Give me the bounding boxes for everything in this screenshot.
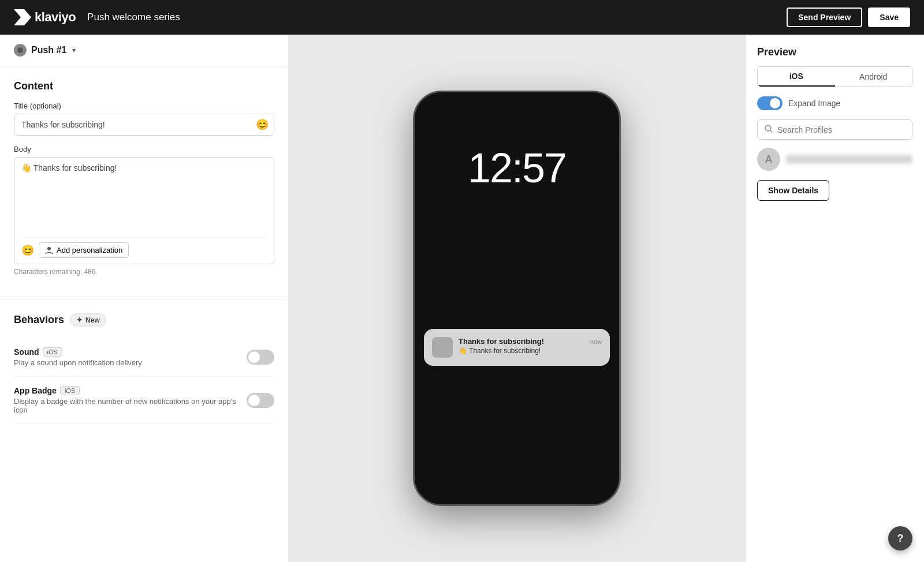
content-section: Content Title (optional) 😊 Body 😊 <box>0 66 288 299</box>
body-field-group: Body 😊 Add personalization <box>14 145 274 276</box>
sound-ios-tag: iOS <box>43 347 62 357</box>
sound-info: Sound iOS Play a sound upon notification… <box>14 347 247 367</box>
chars-remaining: Characters remaining: 486 <box>14 268 274 276</box>
notif-header: Thanks for subscribing! now <box>459 337 602 346</box>
body-emoji-button[interactable]: 😊 <box>21 244 34 257</box>
app-badge-desc: Display a badge with the number of new n… <box>14 397 247 414</box>
behaviors-section-title: Behaviors <box>14 314 64 326</box>
notification-card: Thanks for subscribing! now 👋 Thanks for… <box>424 329 610 366</box>
tab-android[interactable]: Android <box>835 67 912 87</box>
main-layout: Push #1 ▾ Content Title (optional) 😊 Bod… <box>0 35 924 562</box>
expand-image-toggle[interactable] <box>757 96 783 110</box>
preview-tab-group: iOS Android <box>757 66 912 87</box>
notif-body: 👋 Thanks for subscribing! <box>459 347 602 355</box>
textarea-toolbar: 😊 Add personalization <box>21 237 267 258</box>
phone-frame: 12:57 Thanks for subscribing! now 👋 Than… <box>413 91 621 506</box>
content-section-title: Content <box>14 80 274 92</box>
person-icon <box>45 246 53 254</box>
title-field-label: Title (optional) <box>14 102 274 110</box>
notif-app-icon <box>432 337 453 358</box>
notif-title: Thanks for subscribing! <box>459 337 544 346</box>
body-textarea[interactable] <box>21 163 267 233</box>
add-personalization-button[interactable]: Add personalization <box>39 242 129 258</box>
add-personalization-label: Add personalization <box>57 246 122 254</box>
nav-left: klaviyo Push welcome series <box>14 9 180 25</box>
expand-image-label: Expand Image <box>788 99 840 108</box>
sound-toggle[interactable] <box>247 350 274 365</box>
search-box <box>757 119 912 140</box>
right-panel: Preview iOS Android Expand Image <box>745 35 924 562</box>
new-badge-label: New <box>85 316 100 324</box>
title-emoji-button[interactable]: 😊 <box>256 118 269 131</box>
app-badge-info: App Badge iOS Display a badge with the n… <box>14 386 247 414</box>
klaviyo-logo-text: klaviyo <box>35 10 76 25</box>
left-panel: Push #1 ▾ Content Title (optional) 😊 Bod… <box>0 35 289 562</box>
sound-name: Sound iOS <box>14 347 247 357</box>
klaviyo-logo: klaviyo <box>14 9 76 25</box>
push-label: Push #1 <box>31 45 66 55</box>
search-icon <box>765 125 773 134</box>
search-profiles-input[interactable] <box>777 125 905 134</box>
app-badge-ios-tag: iOS <box>60 386 80 395</box>
notif-time: now <box>590 338 602 345</box>
app-badge-name: App Badge iOS <box>14 386 247 395</box>
sound-slider <box>247 350 274 365</box>
title-input-wrapper: 😊 <box>14 114 274 136</box>
save-button[interactable]: Save <box>868 8 910 27</box>
middle-panel: 12:57 Thanks for subscribing! now 👋 Than… <box>289 35 745 562</box>
app-badge-toggle[interactable] <box>247 393 274 408</box>
expand-image-row: Expand Image <box>757 96 912 110</box>
profile-name-blur <box>786 155 912 164</box>
sound-behavior-row: Sound iOS Play a sound upon notification… <box>14 338 274 377</box>
body-textarea-wrapper: 😊 Add personalization <box>14 157 274 264</box>
phone-screen: 12:57 Thanks for subscribing! now 👋 Than… <box>415 92 619 504</box>
title-input[interactable] <box>14 114 274 136</box>
klaviyo-logo-icon <box>14 9 31 25</box>
behaviors-header: Behaviors ✦ New <box>14 313 274 327</box>
phone-time: 12:57 <box>415 92 619 192</box>
app-badge-slider <box>247 393 274 408</box>
svg-line-2 <box>770 130 772 132</box>
body-field-label: Body <box>14 145 274 153</box>
push-dropdown-arrow[interactable]: ▾ <box>72 46 76 54</box>
help-button[interactable]: ? <box>888 526 912 550</box>
nav-right: Send Preview Save <box>787 8 910 27</box>
app-badge-behavior-row: App Badge iOS Display a badge with the n… <box>14 377 274 424</box>
preview-title: Preview <box>757 46 912 58</box>
avatar: A <box>757 148 780 171</box>
svg-point-0 <box>47 247 51 250</box>
svg-point-1 <box>765 125 771 131</box>
push-header: Push #1 ▾ <box>0 35 288 66</box>
send-preview-button[interactable]: Send Preview <box>787 8 862 27</box>
profile-row: A <box>757 148 912 171</box>
push-icon <box>14 44 27 57</box>
tab-ios[interactable]: iOS <box>758 67 835 87</box>
new-badge-icon: ✦ <box>76 316 83 324</box>
top-nav: klaviyo Push welcome series Send Preview… <box>0 0 924 35</box>
new-badge: ✦ New <box>70 313 106 327</box>
page-title: Push welcome series <box>87 12 180 23</box>
expand-image-slider <box>757 96 783 110</box>
sound-desc: Play a sound upon notification delivery <box>14 358 247 367</box>
behaviors-section: Behaviors ✦ New Sound iOS Play a sound u… <box>0 299 288 438</box>
notif-content: Thanks for subscribing! now 👋 Thanks for… <box>459 337 602 355</box>
show-details-button[interactable]: Show Details <box>757 180 829 201</box>
title-field-group: Title (optional) 😊 <box>14 102 274 136</box>
